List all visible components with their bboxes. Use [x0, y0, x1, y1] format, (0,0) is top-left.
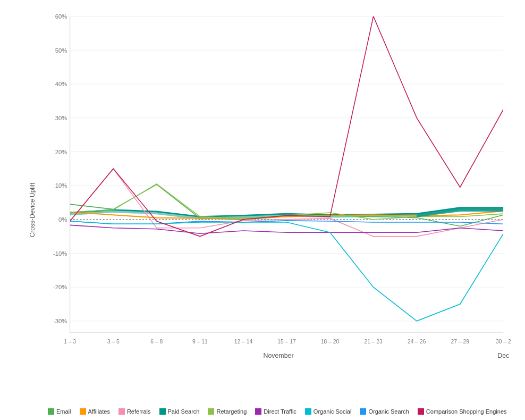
legend-item-organic-social: Organic Social — [305, 408, 352, 415]
svg-text:-20%: -20% — [53, 284, 67, 290]
legend-color-email — [48, 408, 54, 415]
svg-text:12 – 14: 12 – 14 — [234, 339, 253, 345]
legend-color-organic-search — [360, 408, 366, 415]
svg-text:3 – 5: 3 – 5 — [107, 339, 120, 345]
svg-text:30%: 30% — [55, 115, 67, 121]
legend-item-retargeting: Retargeting — [208, 408, 247, 415]
legend-label-paid-search: Paid Search — [168, 408, 200, 415]
legend-item-organic-search: Organic Search — [360, 408, 409, 415]
legend-label-affiliates: Affiliates — [88, 408, 110, 415]
legend-item-comparison-shopping: Comparison Shopping Engines — [418, 408, 507, 415]
legend-color-organic-social — [305, 408, 311, 415]
legend-color-comparison-shopping — [418, 408, 424, 415]
svg-text:6 – 8: 6 – 8 — [150, 339, 163, 345]
chart-legend: Email Affiliates Referrals Paid Search R… — [48, 408, 507, 415]
svg-text:20%: 20% — [55, 148, 67, 155]
legend-color-retargeting — [208, 408, 214, 415]
legend-label-referrals: Referrals — [127, 408, 151, 415]
svg-text:Dec: Dec — [497, 352, 509, 359]
legend-color-paid-search — [159, 408, 166, 415]
svg-text:1 – 3: 1 – 3 — [64, 339, 76, 345]
legend-color-affiliates — [80, 408, 86, 415]
svg-text:27 – 29: 27 – 29 — [451, 339, 470, 345]
y-axis-label: Cross-Device Uplift — [29, 183, 36, 238]
legend-label-comparison-shopping: Comparison Shopping Engines — [426, 408, 507, 415]
svg-text:60%: 60% — [55, 13, 67, 20]
legend-item-referrals: Referrals — [118, 408, 151, 415]
legend-label-direct-traffic: Direct Traffic — [264, 408, 297, 415]
legend-label-organic-search: Organic Search — [368, 408, 409, 415]
legend-label-retargeting: Retargeting — [216, 408, 247, 415]
svg-text:9 – 11: 9 – 11 — [192, 339, 208, 345]
svg-text:30 – 2: 30 – 2 — [496, 339, 511, 345]
svg-text:-10%: -10% — [53, 250, 67, 257]
legend-item-affiliates: Affiliates — [80, 408, 110, 415]
legend-item-email: Email — [48, 408, 71, 415]
svg-text:21 – 23: 21 – 23 — [364, 339, 383, 345]
svg-text:40%: 40% — [55, 81, 67, 87]
legend-label-email: Email — [56, 408, 71, 415]
legend-item-direct-traffic: Direct Traffic — [255, 408, 297, 415]
svg-text:10%: 10% — [55, 182, 67, 189]
legend-item-paid-search: Paid Search — [159, 408, 200, 415]
legend-label-organic-social: Organic Social — [314, 408, 352, 415]
svg-text:-30%: -30% — [53, 318, 67, 324]
svg-text:November: November — [263, 352, 293, 359]
svg-rect-0 — [70, 16, 504, 338]
svg-text:18 – 20: 18 – 20 — [321, 339, 340, 345]
chart-svg: 60% 50% 40% 30% 20% 10% 0% -10% -20% -30… — [43, 11, 514, 377]
svg-text:0%: 0% — [58, 216, 67, 223]
svg-text:50%: 50% — [55, 47, 67, 53]
legend-color-referrals — [118, 408, 125, 415]
legend-color-direct-traffic — [255, 408, 261, 415]
svg-text:24 – 26: 24 – 26 — [408, 339, 426, 345]
chart-container: Cross-Device Uplift 60% 50% 40% 30% 20% — [0, 0, 525, 420]
svg-text:15 – 17: 15 – 17 — [277, 339, 296, 345]
